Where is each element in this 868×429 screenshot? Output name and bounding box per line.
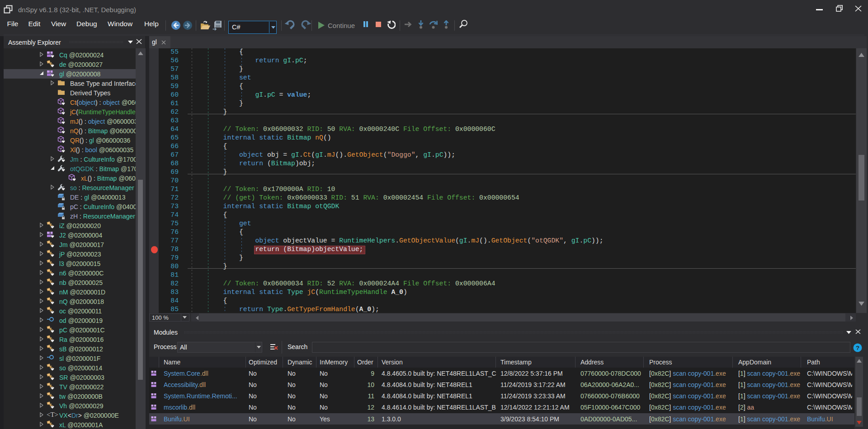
svg-text:?: ? [856,345,859,351]
